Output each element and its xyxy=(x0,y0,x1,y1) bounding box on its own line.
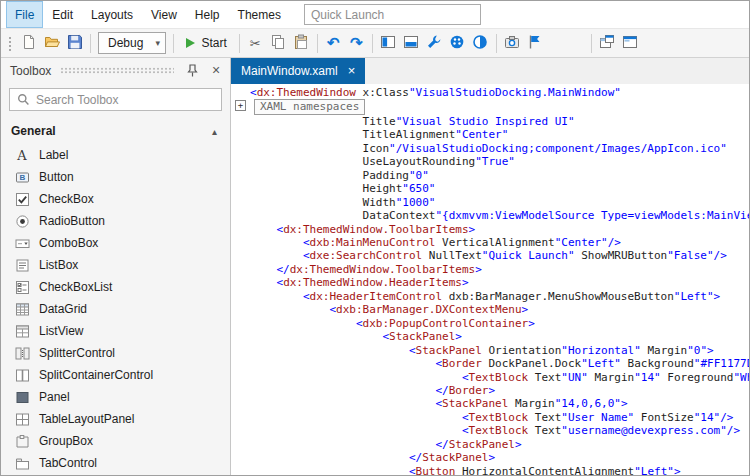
toolbox-item-checkboxlist[interactable]: CheckBoxList xyxy=(1,276,230,298)
toolbox-item-button[interactable]: BButton xyxy=(1,166,230,188)
toolbox-item-splittercontrol[interactable]: SplitterControl xyxy=(1,342,230,364)
code-line-text: <dxb:PopupControlContainer> xyxy=(250,317,535,330)
toolbox-item-combobox[interactable]: ComboBox xyxy=(1,232,230,254)
palette-button[interactable] xyxy=(446,32,469,55)
dock-left-button[interactable] xyxy=(377,32,400,55)
debug-target-dropdown[interactable]: Debug xyxy=(98,32,166,54)
contrast-button[interactable] xyxy=(469,32,492,55)
menu-item-edit[interactable]: Edit xyxy=(43,1,82,28)
code-line-text: DataContext"{dxmvvm:ViewModelSource Type… xyxy=(250,209,749,222)
code-line[interactable]: <TextBlock Text"User Name" FontSize"14"/… xyxy=(231,411,749,424)
wrench-button[interactable] xyxy=(423,32,446,55)
toolbox-item-tabcontrol[interactable]: TabControl xyxy=(1,452,230,474)
fold-margin xyxy=(231,290,250,303)
toolbox-item-label: ListView xyxy=(39,324,83,338)
code-line-text: <TextBlock Text"UN" Margin"14" Foregroun… xyxy=(250,371,749,384)
screenshot-button[interactable] xyxy=(501,32,524,55)
pin-icon[interactable] xyxy=(183,62,201,80)
undo-button[interactable]: ↶ xyxy=(322,32,345,55)
tabbed-window-button[interactable] xyxy=(619,32,642,55)
code-line[interactable]: Title"Visual Studio Inspired UI" xyxy=(231,115,749,128)
toolbox-item-label[interactable]: ALabel xyxy=(1,144,230,166)
code-line[interactable]: </StackPanel> xyxy=(231,438,749,451)
toolbox-search-input[interactable] xyxy=(36,93,217,107)
code-line[interactable]: <Border DockPanel.Dock"Left" Background"… xyxy=(231,357,749,370)
code-line[interactable]: <TextBlock Text"username@devexpress.com"… xyxy=(231,424,749,437)
code-line-text: </StackPanel> xyxy=(250,451,495,464)
tab-close-icon[interactable] xyxy=(348,64,356,78)
start-button[interactable]: Start xyxy=(178,32,234,55)
code-line[interactable]: TitleAlignment"Center" xyxy=(231,128,749,141)
toolbox-item-listview[interactable]: ListView xyxy=(1,320,230,342)
code-line[interactable]: <dx:ThemedWindow x:Class"VisualStudioDoc… xyxy=(231,86,749,99)
open-folder-button[interactable] xyxy=(40,32,63,55)
code-line[interactable]: Padding"0" xyxy=(231,169,749,182)
toolbox-close-icon[interactable] xyxy=(207,62,225,80)
code-line[interactable]: <StackPanel Margin"14,0,6,0"> xyxy=(231,397,749,410)
code-line[interactable]: <dx:ThemedWindow.ToolbarItems> xyxy=(231,223,749,236)
toolbox-item-checkbox[interactable]: CheckBox xyxy=(1,188,230,210)
code-line[interactable]: <dx:ThemedWindow.HeaderItems> xyxy=(231,276,749,289)
code-line[interactable]: <Button HorizontalContentAlignment"Left"… xyxy=(231,465,749,475)
fold-margin xyxy=(231,371,250,384)
toolbox-item-radiobutton[interactable]: RadioButton xyxy=(1,210,230,232)
fold-expand-icon[interactable]: + xyxy=(235,100,246,111)
cut-button[interactable]: ✂ xyxy=(244,32,267,55)
code-line[interactable]: <dx:HeaderItemControl dxb:BarManager.Men… xyxy=(231,290,749,303)
collapsed-region-label[interactable]: XAML namespaces xyxy=(254,99,365,114)
menu-item-layouts[interactable]: Layouts xyxy=(82,1,142,28)
code-line[interactable]: </Border> xyxy=(231,384,749,397)
code-line[interactable]: Height"650" xyxy=(231,182,749,195)
code-line-text: <dx:HeaderItemControl dxb:BarManager.Men… xyxy=(250,290,720,303)
menu-item-view[interactable]: View xyxy=(142,1,186,28)
code-line[interactable]: <StackPanel Orientation"Horizontal" Marg… xyxy=(231,344,749,357)
code-line[interactable]: <StackPanel> xyxy=(231,330,749,343)
code-line[interactable]: <TextBlock Text"UN" Margin"14" Foregroun… xyxy=(231,371,749,384)
code-line[interactable]: UseLayoutRounding"True" xyxy=(231,155,749,168)
float-window-button[interactable] xyxy=(596,32,619,55)
tab-label: MainWindow.xaml xyxy=(241,64,338,78)
flag-button[interactable] xyxy=(524,32,547,55)
toolbox-item-panel[interactable]: Panel xyxy=(1,386,230,408)
toolbox-item-splitcontainercontrol[interactable]: SplitContainerControl xyxy=(1,364,230,386)
code-line[interactable]: </dx:ThemedWindow.ToolbarItems> xyxy=(231,263,749,276)
code-line[interactable]: <dxb:PopupControlContainer> xyxy=(231,317,749,330)
code-line[interactable]: Width"1000" xyxy=(231,196,749,209)
code-line[interactable]: </StackPanel> xyxy=(231,451,749,464)
toolbox-item-listbox[interactable]: ListBox xyxy=(1,254,230,276)
code-line[interactable]: <dxe:SearchControl NullText"Quick Launch… xyxy=(231,249,749,262)
save-button[interactable] xyxy=(63,32,86,55)
fold-margin xyxy=(231,236,250,249)
tab-mainwindow-xaml[interactable]: MainWindow.xaml xyxy=(231,58,365,84)
code-line[interactable]: Icon"/VisualStudioDocking;component/Imag… xyxy=(231,142,749,155)
toolbox-group-general[interactable]: General xyxy=(1,118,230,144)
toolbox-item-tablelayoutpanel[interactable]: TableLayoutPanel xyxy=(1,408,230,430)
toolbox-item-groupbox[interactable]: GroupBox xyxy=(1,430,230,452)
toolbar-grip-handle[interactable] xyxy=(7,35,13,51)
copy-button[interactable] xyxy=(267,32,290,55)
menu-item-help[interactable]: Help xyxy=(186,1,229,28)
checkbox-icon xyxy=(14,192,30,207)
new-file-button[interactable] xyxy=(17,32,40,55)
paste-button[interactable] xyxy=(290,32,313,55)
menu-item-themes[interactable]: Themes xyxy=(229,1,290,28)
fold-margin xyxy=(231,411,250,424)
code-line[interactable]: <dxb:MainMenuControl VerticalAlignment"C… xyxy=(231,236,749,249)
toolbox-grip-handle[interactable] xyxy=(60,67,174,74)
code-line[interactable]: <dxb:BarManager.DXContextMenu> xyxy=(231,303,749,316)
code-line[interactable]: DataContext"{dxmvvm:ViewModelSource Type… xyxy=(231,209,749,222)
toolbox-item-label: CheckBoxList xyxy=(39,280,112,294)
quick-launch-input[interactable] xyxy=(304,4,481,25)
toolbox-item-datagrid[interactable]: DataGrid xyxy=(1,298,230,320)
toolbox-header[interactable]: Toolbox xyxy=(1,58,230,83)
toolbox-item-label: ListBox xyxy=(39,258,78,272)
code-editor[interactable]: <dx:ThemedWindow x:Class"VisualStudioDoc… xyxy=(231,84,749,475)
search-icon xyxy=(17,93,30,106)
menu-item-file[interactable]: File xyxy=(6,1,43,28)
code-line[interactable]: +XAML namespaces xyxy=(231,99,749,114)
dock-bottom-button[interactable] xyxy=(400,32,423,55)
code-line-text: <StackPanel Orientation"Horizontal" Marg… xyxy=(250,344,714,357)
code-line-text: TitleAlignment"Center" xyxy=(250,128,508,141)
fold-margin xyxy=(231,263,250,276)
redo-button[interactable]: ↷ xyxy=(345,32,368,55)
